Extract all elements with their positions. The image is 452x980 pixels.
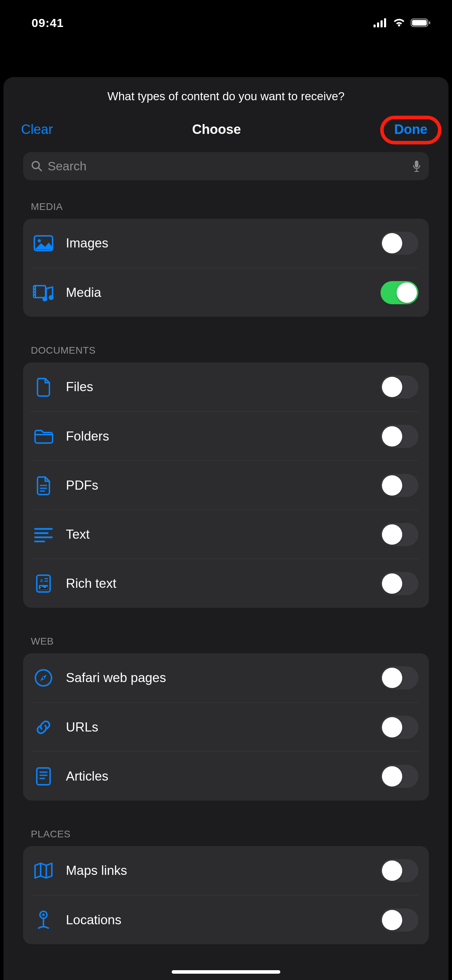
toggle-switch[interactable]: [380, 666, 419, 689]
list-row[interactable]: Files: [23, 363, 429, 412]
status-time: 09:41: [32, 16, 64, 30]
row-label: URLs: [66, 720, 380, 735]
nav-bar: Clear Choose Done: [3, 114, 449, 145]
image-icon: [31, 231, 56, 256]
svg-rect-39: [37, 768, 50, 785]
section-header: Places: [23, 800, 429, 846]
svg-point-18: [34, 293, 35, 294]
svg-point-36: [40, 586, 42, 587]
compass-icon: [31, 665, 56, 690]
svg-point-38: [43, 677, 45, 679]
svg-rect-1: [377, 22, 379, 27]
toggle-switch[interactable]: [380, 425, 419, 448]
section-group: ImagesMedia: [23, 219, 429, 317]
list-row[interactable]: Articles: [23, 751, 429, 800]
row-label: Maps links: [66, 863, 380, 878]
svg-text:A: A: [40, 578, 43, 583]
svg-rect-0: [374, 24, 376, 27]
cellular-icon: [374, 18, 388, 27]
file-icon: [31, 374, 56, 399]
toggle-switch[interactable]: [380, 765, 419, 788]
list-row[interactable]: Images: [23, 219, 429, 268]
list-row[interactable]: ARich text: [23, 559, 429, 608]
section-group: Safari web pagesURLsArticles: [23, 653, 429, 800]
richtext-icon: A: [31, 571, 56, 596]
status-bar: 09:41: [0, 0, 452, 42]
list-row[interactable]: PDFs: [23, 461, 429, 510]
list-row[interactable]: Locations: [23, 895, 429, 944]
svg-point-46: [42, 913, 45, 916]
search-icon: [31, 160, 43, 172]
section-header: Media: [23, 180, 429, 219]
row-label: Safari web pages: [66, 670, 380, 685]
list-row[interactable]: Folders: [23, 412, 429, 461]
svg-point-17: [34, 290, 35, 291]
toggle-switch[interactable]: [380, 232, 419, 255]
map-icon: [31, 858, 56, 883]
link-icon: [31, 715, 56, 740]
list-row[interactable]: URLs: [23, 702, 429, 751]
nav-title: Choose: [192, 122, 241, 137]
content-type-sheet: What types of content do you want to rec…: [3, 77, 449, 980]
row-label: Images: [66, 236, 380, 251]
home-indicator[interactable]: [172, 970, 280, 974]
toggle-switch[interactable]: [380, 375, 419, 399]
folder-icon: [31, 424, 56, 449]
svg-point-21: [49, 295, 54, 300]
search-wrap: [3, 145, 449, 180]
list-row[interactable]: Maps links: [23, 846, 429, 895]
article-icon: [31, 764, 56, 789]
pdf-icon: [31, 473, 56, 498]
row-label: Text: [66, 527, 380, 542]
status-icons: [374, 18, 431, 28]
section-group: Maps linksLocations: [23, 846, 429, 944]
svg-rect-2: [380, 20, 383, 27]
svg-rect-5: [412, 20, 427, 25]
toggle-switch[interactable]: [380, 716, 419, 739]
list-row[interactable]: Safari web pages: [23, 653, 429, 702]
row-label: PDFs: [66, 478, 380, 493]
text-icon: [31, 522, 56, 547]
toggle-switch[interactable]: [380, 859, 419, 882]
svg-rect-3: [384, 18, 386, 27]
row-label: Rich text: [66, 576, 380, 591]
media-icon: [31, 280, 56, 305]
svg-point-13: [38, 239, 41, 243]
done-button[interactable]: Done: [380, 116, 441, 145]
clear-button[interactable]: Clear: [21, 122, 53, 137]
svg-point-19: [34, 296, 35, 296]
toggle-switch[interactable]: [380, 474, 419, 497]
section-header: Web: [23, 608, 429, 653]
mic-icon[interactable]: [412, 160, 421, 172]
svg-rect-6: [429, 21, 430, 24]
done-button-wrap: Done: [380, 122, 431, 137]
section-header: Documents: [23, 317, 429, 363]
svg-line-8: [38, 168, 41, 171]
sheet-question: What types of content do you want to rec…: [3, 77, 449, 114]
toggle-switch[interactable]: [380, 281, 419, 304]
toggle-switch[interactable]: [380, 523, 419, 546]
svg-rect-9: [415, 161, 419, 167]
row-label: Locations: [66, 913, 380, 928]
row-label: Media: [66, 285, 380, 300]
battery-icon: [411, 18, 431, 28]
list-row[interactable]: Media: [23, 268, 429, 317]
search-input[interactable]: [48, 159, 407, 173]
wifi-icon: [392, 18, 406, 28]
row-label: Files: [66, 380, 380, 394]
pin-icon: [31, 907, 56, 933]
content-list[interactable]: MediaImagesMediaDocumentsFilesFoldersPDF…: [3, 180, 449, 964]
toggle-switch[interactable]: [380, 908, 419, 932]
section-group: FilesFoldersPDFsTextARich text: [23, 363, 429, 608]
svg-point-16: [34, 287, 35, 288]
row-label: Folders: [66, 429, 380, 444]
search-field[interactable]: [23, 152, 429, 180]
toggle-switch[interactable]: [380, 572, 419, 595]
row-label: Articles: [66, 769, 380, 784]
list-row[interactable]: Text: [23, 510, 429, 559]
